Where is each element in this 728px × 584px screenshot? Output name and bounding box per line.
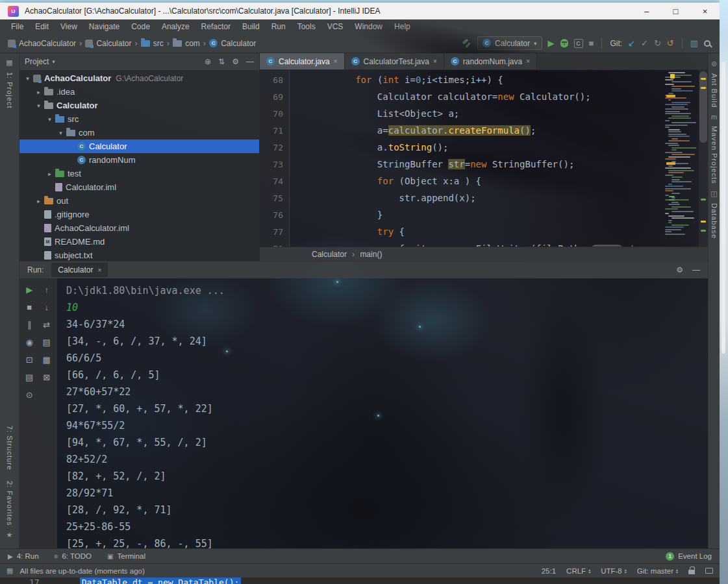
- exit-icon[interactable]: ⊡: [26, 355, 33, 365]
- stripe-1-project[interactable]: 1: Project: [6, 72, 14, 108]
- chart-icon[interactable]: ▤: [43, 337, 51, 347]
- database-icon[interactable]: ◫: [710, 189, 717, 198]
- stop-button[interactable]: ■: [589, 38, 594, 48]
- run-tab[interactable]: Calculator ×: [51, 263, 108, 277]
- menu-file[interactable]: File: [5, 22, 29, 31]
- event-log-button[interactable]: 1 Event Log: [666, 552, 712, 561]
- git-log-button[interactable]: ↻: [654, 38, 661, 48]
- encoding-widget[interactable]: UTF-8▴▾: [601, 567, 627, 575]
- breadcrumb-item-achaocalculator[interactable]: AchaoCalculator: [8, 39, 76, 48]
- project-header-title[interactable]: Project: [25, 57, 49, 66]
- stop-icon[interactable]: ■: [27, 302, 32, 312]
- run-button[interactable]: ▶: [548, 38, 555, 48]
- gear-icon[interactable]: ⚙: [232, 57, 239, 66]
- collapsed-icon[interactable]: ▸: [45, 171, 54, 177]
- tool-window-switcher-icon[interactable]: ▦: [6, 566, 13, 575]
- tree-item-test[interactable]: ▸test: [19, 167, 259, 180]
- tree-item-calculator-iml[interactable]: Calculator.iml: [19, 180, 259, 194]
- caret-position-widget[interactable]: 25:1: [542, 567, 556, 575]
- menu-navigate[interactable]: Navigate: [83, 22, 125, 31]
- down-icon[interactable]: ↓: [45, 302, 49, 312]
- tree-item-com[interactable]: ▾com: [19, 126, 259, 140]
- tree-item-randomnum[interactable]: CrandomNum: [19, 153, 259, 167]
- locate-icon[interactable]: ⊕: [205, 57, 211, 66]
- minimize-button[interactable]: –: [632, 3, 661, 19]
- tree-item-calculator[interactable]: ▾Calculator: [19, 99, 259, 112]
- project-structure-button[interactable]: ▥: [690, 38, 698, 48]
- expanded-icon[interactable]: ▾: [34, 103, 43, 109]
- stripe-maven-projects[interactable]: Maven Projects: [710, 126, 718, 184]
- breadcrumb-item-src[interactable]: src: [141, 39, 164, 48]
- collapsed-icon[interactable]: ▸: [34, 198, 43, 204]
- menu-tools[interactable]: Tools: [292, 22, 321, 31]
- tab-randomnum-java[interactable]: CrandomNum.java×: [444, 53, 537, 69]
- toolwindow-button-6-todo[interactable]: ≡6: TODO: [55, 552, 92, 560]
- close-tab-icon[interactable]: ×: [97, 267, 101, 274]
- toolwindow-button-4-run[interactable]: ▶4: Run: [8, 552, 39, 560]
- git-commit-button[interactable]: ✓: [641, 38, 648, 48]
- tree-item-calculator[interactable]: CCalculator: [19, 140, 259, 153]
- tab-calculatortest-java[interactable]: CCalculatorTest.java×: [345, 53, 444, 69]
- expanded-icon[interactable]: ▾: [23, 75, 32, 82]
- code-editor[interactable]: 68 for (int i=0;i<times;i++) {69 Calcula…: [260, 70, 708, 247]
- switcher-icon[interactable]: ▦: [6, 58, 12, 67]
- tree-item-out[interactable]: ▸out: [19, 194, 259, 208]
- rerun-icon[interactable]: ▶: [26, 285, 32, 295]
- stripe-2-favorites[interactable]: 2: Favorites: [6, 481, 14, 526]
- debug-button[interactable]: [560, 39, 568, 47]
- up-icon[interactable]: ↑: [45, 285, 49, 295]
- run-console[interactable]: D:\jdk1.80\bin\java.exe ...1034-6/37*24[…: [57, 278, 708, 548]
- menu-edit[interactable]: Edit: [29, 22, 55, 31]
- pause-icon[interactable]: ∥: [27, 320, 32, 330]
- pin-icon[interactable]: ⊙: [26, 390, 33, 400]
- clear-icon[interactable]: ⊠: [43, 372, 50, 382]
- menu-build[interactable]: Build: [236, 22, 266, 31]
- stripe-7-structure[interactable]: 7: Structure: [6, 426, 14, 470]
- background-window[interactable]: 17 DataTable dt = new DataTable();: [0, 578, 720, 584]
- maven-icon[interactable]: m: [711, 113, 717, 121]
- ant-icon[interactable]: ⊚: [711, 60, 717, 68]
- git-update-button[interactable]: ↙: [628, 38, 635, 48]
- close-tab-icon[interactable]: ×: [526, 58, 530, 65]
- menu-analyze[interactable]: Analyze: [156, 22, 195, 31]
- stripe-database[interactable]: Database: [710, 203, 718, 239]
- restore-icon[interactable]: ⇄: [43, 320, 50, 330]
- breadcrumb-item-calculator[interactable]: Calculator: [312, 250, 347, 259]
- close-tab-icon[interactable]: ×: [334, 58, 338, 65]
- tree-item-subject-txt[interactable]: subject.txt: [19, 249, 259, 261]
- grid-icon[interactable]: ▤: [25, 372, 33, 382]
- menu-refactor[interactable]: Refactor: [195, 22, 236, 31]
- maximize-button[interactable]: □: [661, 3, 690, 19]
- tree-item-src[interactable]: ▾src: [19, 112, 259, 126]
- line-separator-widget[interactable]: CRLF▴▾: [566, 567, 590, 575]
- tree-item-readme-md[interactable]: MREADME.md: [19, 235, 259, 249]
- menu-vcs[interactable]: VCS: [321, 22, 349, 31]
- expanded-icon[interactable]: ▾: [56, 130, 65, 136]
- camera-icon[interactable]: ◉: [26, 337, 33, 347]
- gear-icon[interactable]: ⚙: [676, 265, 683, 274]
- scrollbar-thumb[interactable]: [699, 71, 707, 143]
- coverage-button[interactable]: C: [574, 39, 583, 48]
- menu-run[interactable]: Run: [266, 22, 292, 31]
- hide-icon[interactable]: —: [246, 57, 254, 66]
- editor-minimap[interactable]: [665, 72, 696, 245]
- toolwindow-button-terminal[interactable]: ▣Terminal: [107, 552, 145, 560]
- tab-calculator-java[interactable]: CCalculator.java×: [260, 53, 345, 69]
- git-branch-widget[interactable]: Git: master▴▾: [637, 567, 678, 575]
- close-tab-icon[interactable]: ×: [433, 58, 437, 65]
- filter-icon[interactable]: ⇅: [218, 57, 225, 66]
- tree-item-idea[interactable]: ▸.idea: [19, 85, 259, 99]
- close-button[interactable]: ×: [690, 3, 720, 19]
- search-everywhere-button[interactable]: [704, 40, 710, 47]
- git-revert-button[interactable]: ↺: [667, 38, 674, 48]
- tree-item-achaocalculator[interactable]: ▾AchaoCalculatorG:\AchaoCalculator: [19, 71, 259, 85]
- menu-code[interactable]: Code: [125, 22, 156, 31]
- menu-view[interactable]: View: [55, 22, 83, 31]
- lock-icon[interactable]: [688, 570, 695, 574]
- tree-item-gitignore[interactable]: .gitignore: [19, 208, 259, 221]
- monitor-icon[interactable]: [705, 568, 713, 574]
- expanded-icon[interactable]: ▾: [45, 116, 54, 123]
- breadcrumb-item-main[interactable]: main(): [360, 250, 382, 259]
- print-icon[interactable]: ▦: [43, 355, 51, 365]
- hide-icon[interactable]: —: [692, 265, 700, 274]
